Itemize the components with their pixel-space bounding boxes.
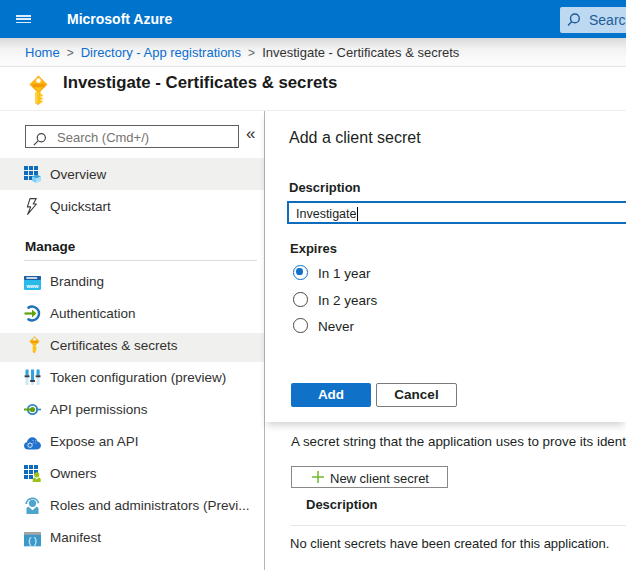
- svg-text:www: www: [25, 283, 39, 289]
- svg-text:( ): ( ): [28, 536, 37, 546]
